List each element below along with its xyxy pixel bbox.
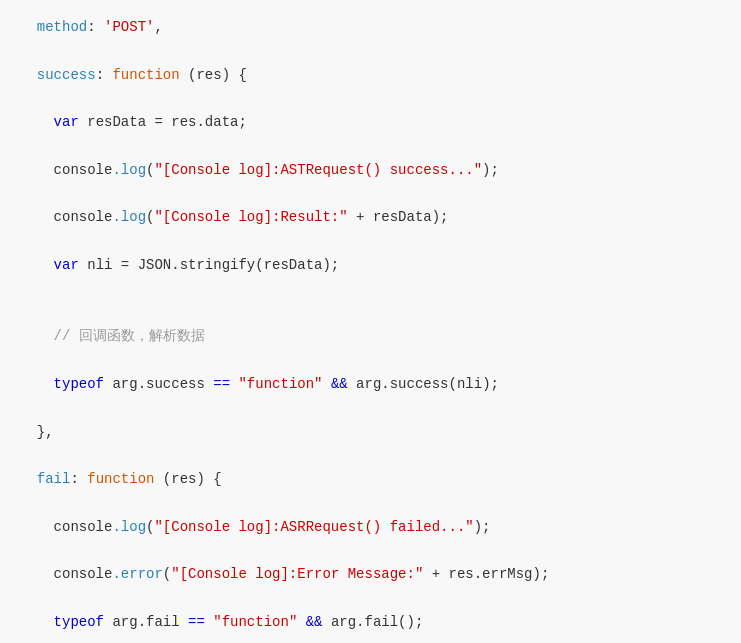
code-line: fail: function (res) { — [0, 468, 741, 492]
code-line — [0, 492, 741, 516]
code-line: var nli = JSON.stringify(resData); — [0, 254, 741, 278]
code-line: method: 'POST', — [0, 16, 741, 40]
code-line — [0, 349, 741, 373]
code-line — [0, 540, 741, 564]
code-line — [0, 87, 741, 111]
code-line — [0, 183, 741, 207]
code-line — [0, 278, 741, 302]
code-line — [0, 397, 741, 421]
code-line — [0, 135, 741, 159]
code-line — [0, 444, 741, 468]
code-line: typeof arg.success == "function" && arg.… — [0, 373, 741, 397]
code-line — [0, 302, 741, 326]
code-line — [0, 635, 741, 643]
code-block: method: 'POST', success: function (res) … — [0, 0, 741, 643]
code-line — [0, 230, 741, 254]
code-line: // 回调函数，解析数据 — [0, 325, 741, 349]
code-line: console.log("[Console log]:ASTRequest() … — [0, 159, 741, 183]
code-line: console.log("[Console log]:ASRRequest() … — [0, 516, 741, 540]
code-line: console.log("[Console log]:Result:" + re… — [0, 206, 741, 230]
code-line: var resData = res.data; — [0, 111, 741, 135]
code-line — [0, 587, 741, 611]
code-line — [0, 40, 741, 64]
code-line: success: function (res) { — [0, 64, 741, 88]
code-line: console.error("[Console log]:Error Messa… — [0, 563, 741, 587]
code-line: }, — [0, 421, 741, 445]
code-line: typeof arg.fail == "function" && arg.fai… — [0, 611, 741, 635]
